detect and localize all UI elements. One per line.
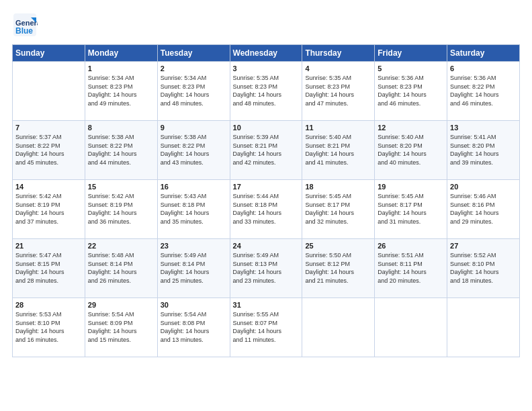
day-number: 28 xyxy=(15,301,82,309)
day-info: Sunrise: 5:42 AMSunset: 8:19 PMDaylight:… xyxy=(15,192,82,226)
day-number: 30 xyxy=(161,301,227,309)
day-info: Sunrise: 5:38 AMSunset: 8:22 PMDaylight:… xyxy=(161,133,227,167)
calendar-container: General Blue SundayMondayTuesdayWednesda… xyxy=(0,0,532,411)
day-info: Sunrise: 5:51 AMSunset: 8:11 PMDaylight:… xyxy=(378,251,444,285)
weekday-header-thursday: Thursday xyxy=(302,45,375,62)
day-info: Sunrise: 5:49 AMSunset: 8:13 PMDaylight:… xyxy=(233,251,300,285)
day-number: 1 xyxy=(88,64,154,73)
day-cell: 8Sunrise: 5:38 AMSunset: 8:22 PMDaylight… xyxy=(85,121,157,180)
weekday-header-sunday: Sunday xyxy=(13,45,85,62)
day-info: Sunrise: 5:49 AMSunset: 8:14 PMDaylight:… xyxy=(161,251,227,285)
day-info: Sunrise: 5:41 AMSunset: 8:20 PMDaylight:… xyxy=(450,133,517,167)
day-info: Sunrise: 5:48 AMSunset: 8:14 PMDaylight:… xyxy=(88,251,154,285)
day-cell: 9Sunrise: 5:38 AMSunset: 8:22 PMDaylight… xyxy=(157,121,230,180)
day-cell xyxy=(13,62,85,121)
day-cell: 12Sunrise: 5:40 AMSunset: 8:20 PMDayligh… xyxy=(375,121,447,180)
day-cell: 29Sunrise: 5:54 AMSunset: 8:09 PMDayligh… xyxy=(85,298,157,357)
day-number: 10 xyxy=(233,124,300,132)
day-info: Sunrise: 5:34 AMSunset: 8:23 PMDaylight:… xyxy=(161,74,227,107)
day-cell: 10Sunrise: 5:39 AMSunset: 8:21 PMDayligh… xyxy=(230,121,302,180)
day-cell: 31Sunrise: 5:55 AMSunset: 8:07 PMDayligh… xyxy=(230,298,302,357)
logo-icon: General Blue xyxy=(12,12,38,38)
day-number: 24 xyxy=(233,242,300,250)
day-info: Sunrise: 5:46 AMSunset: 8:16 PMDaylight:… xyxy=(450,192,517,226)
day-cell: 22Sunrise: 5:48 AMSunset: 8:14 PMDayligh… xyxy=(85,239,157,298)
day-cell: 2Sunrise: 5:34 AMSunset: 8:23 PMDaylight… xyxy=(157,62,230,121)
day-cell: 23Sunrise: 5:49 AMSunset: 8:14 PMDayligh… xyxy=(157,239,230,298)
weekday-header-row: SundayMondayTuesdayWednesdayThursdayFrid… xyxy=(13,45,520,62)
day-number: 22 xyxy=(88,242,154,250)
day-cell: 3Sunrise: 5:35 AMSunset: 8:23 PMDaylight… xyxy=(230,62,302,121)
day-cell: 30Sunrise: 5:54 AMSunset: 8:08 PMDayligh… xyxy=(157,298,230,357)
day-info: Sunrise: 5:44 AMSunset: 8:18 PMDaylight:… xyxy=(233,192,300,226)
day-info: Sunrise: 5:45 AMSunset: 8:17 PMDaylight:… xyxy=(305,192,371,226)
day-number: 2 xyxy=(161,64,227,73)
day-info: Sunrise: 5:36 AMSunset: 8:22 PMDaylight:… xyxy=(450,74,517,107)
day-number: 14 xyxy=(15,183,82,191)
day-info: Sunrise: 5:34 AMSunset: 8:23 PMDaylight:… xyxy=(88,74,154,107)
weekday-header-tuesday: Tuesday xyxy=(157,45,230,62)
day-cell: 27Sunrise: 5:52 AMSunset: 8:10 PMDayligh… xyxy=(447,239,520,298)
week-row-2: 7Sunrise: 5:37 AMSunset: 8:22 PMDaylight… xyxy=(13,121,520,180)
week-row-3: 14Sunrise: 5:42 AMSunset: 8:19 PMDayligh… xyxy=(13,180,520,239)
day-cell xyxy=(447,298,520,357)
day-number: 31 xyxy=(233,301,300,309)
day-cell: 20Sunrise: 5:46 AMSunset: 8:16 PMDayligh… xyxy=(447,180,520,239)
day-number: 15 xyxy=(88,183,154,191)
day-number: 21 xyxy=(15,242,82,250)
day-info: Sunrise: 5:35 AMSunset: 8:23 PMDaylight:… xyxy=(233,74,300,107)
day-number: 26 xyxy=(378,242,444,250)
weekday-header-friday: Friday xyxy=(375,45,447,62)
day-number: 18 xyxy=(305,183,371,191)
day-cell: 11Sunrise: 5:40 AMSunset: 8:21 PMDayligh… xyxy=(302,121,375,180)
day-number: 17 xyxy=(233,183,300,191)
day-info: Sunrise: 5:40 AMSunset: 8:21 PMDaylight:… xyxy=(305,133,371,167)
day-number: 6 xyxy=(450,64,517,73)
day-info: Sunrise: 5:43 AMSunset: 8:18 PMDaylight:… xyxy=(161,192,227,226)
day-cell: 14Sunrise: 5:42 AMSunset: 8:19 PMDayligh… xyxy=(13,180,85,239)
day-cell: 28Sunrise: 5:53 AMSunset: 8:10 PMDayligh… xyxy=(13,298,85,357)
day-cell: 7Sunrise: 5:37 AMSunset: 8:22 PMDaylight… xyxy=(13,121,85,180)
day-info: Sunrise: 5:52 AMSunset: 8:10 PMDaylight:… xyxy=(450,251,517,285)
day-cell: 24Sunrise: 5:49 AMSunset: 8:13 PMDayligh… xyxy=(230,239,302,298)
week-row-4: 21Sunrise: 5:47 AMSunset: 8:15 PMDayligh… xyxy=(13,239,520,298)
day-info: Sunrise: 5:54 AMSunset: 8:09 PMDaylight:… xyxy=(88,310,154,344)
day-cell xyxy=(302,298,375,357)
weekday-header-monday: Monday xyxy=(85,45,157,62)
day-info: Sunrise: 5:36 AMSunset: 8:23 PMDaylight:… xyxy=(378,74,444,107)
day-cell: 5Sunrise: 5:36 AMSunset: 8:23 PMDaylight… xyxy=(375,62,447,121)
day-cell: 4Sunrise: 5:35 AMSunset: 8:23 PMDaylight… xyxy=(302,62,375,121)
week-row-1: 1Sunrise: 5:34 AMSunset: 8:23 PMDaylight… xyxy=(13,62,520,121)
day-cell: 19Sunrise: 5:45 AMSunset: 8:17 PMDayligh… xyxy=(375,180,447,239)
day-info: Sunrise: 5:47 AMSunset: 8:15 PMDaylight:… xyxy=(15,251,82,285)
day-number: 11 xyxy=(305,124,371,132)
logo: General Blue xyxy=(12,12,38,38)
day-number: 20 xyxy=(450,183,517,191)
weekday-header-wednesday: Wednesday xyxy=(230,45,302,62)
day-cell: 25Sunrise: 5:50 AMSunset: 8:12 PMDayligh… xyxy=(302,239,375,298)
day-info: Sunrise: 5:45 AMSunset: 8:17 PMDaylight:… xyxy=(378,192,444,226)
day-cell: 17Sunrise: 5:44 AMSunset: 8:18 PMDayligh… xyxy=(230,180,302,239)
day-info: Sunrise: 5:54 AMSunset: 8:08 PMDaylight:… xyxy=(161,310,227,344)
day-number: 5 xyxy=(378,64,444,73)
week-row-5: 28Sunrise: 5:53 AMSunset: 8:10 PMDayligh… xyxy=(13,298,520,357)
day-number: 8 xyxy=(88,124,154,132)
day-cell: 21Sunrise: 5:47 AMSunset: 8:15 PMDayligh… xyxy=(13,239,85,298)
day-number: 25 xyxy=(305,242,371,250)
day-cell: 26Sunrise: 5:51 AMSunset: 8:11 PMDayligh… xyxy=(375,239,447,298)
day-number: 23 xyxy=(161,242,227,250)
day-info: Sunrise: 5:50 AMSunset: 8:12 PMDaylight:… xyxy=(305,251,371,285)
svg-text:Blue: Blue xyxy=(15,26,33,36)
day-info: Sunrise: 5:39 AMSunset: 8:21 PMDaylight:… xyxy=(233,133,300,167)
day-info: Sunrise: 5:35 AMSunset: 8:23 PMDaylight:… xyxy=(305,74,371,107)
day-cell xyxy=(375,298,447,357)
day-number: 3 xyxy=(233,64,300,73)
day-info: Sunrise: 5:37 AMSunset: 8:22 PMDaylight:… xyxy=(15,133,82,167)
day-number: 9 xyxy=(161,124,227,132)
day-number: 7 xyxy=(15,124,82,132)
day-number: 4 xyxy=(305,64,371,73)
day-number: 13 xyxy=(450,124,517,132)
day-cell: 6Sunrise: 5:36 AMSunset: 8:22 PMDaylight… xyxy=(447,62,520,121)
header: General Blue xyxy=(12,12,520,38)
weekday-header-saturday: Saturday xyxy=(447,45,520,62)
